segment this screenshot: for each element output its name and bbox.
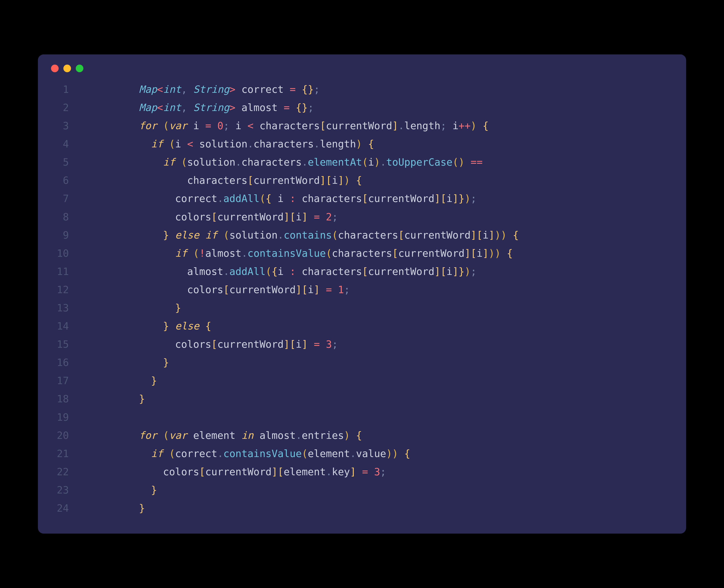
line-content: if (correct.containsValue(element.value)… [91,444,686,463]
code-line: 17 } [38,372,686,390]
code-line: 19 [38,408,686,426]
line-content: } else if (solution.contains(characters[… [91,226,686,244]
line-number: 24 [38,499,91,517]
code-window: 1 Map<int, String> correct = {};2 Map<in… [38,55,686,533]
line-content: } [91,481,686,499]
code-line: 10 if (!almost.containsValue(characters[… [38,244,686,262]
code-line: 23 } [38,481,686,499]
line-number: 18 [38,390,91,408]
line-content [91,408,686,426]
line-content: if (solution.characters.elementAt(i).toU… [91,153,686,171]
line-number: 15 [38,335,91,353]
line-content: } [91,390,686,408]
code-line: 21 if (correct.containsValue(element.val… [38,444,686,463]
line-content: Map<int, String> almost = {}; [91,99,686,117]
line-number: 21 [38,444,91,463]
line-content: characters[currentWord][i]) { [91,171,686,189]
code-line: 12 colors[currentWord][i] = 1; [38,280,686,299]
code-line: 2 Map<int, String> almost = {}; [38,99,686,117]
code-line: 4 if (i < solution.characters.length) { [38,135,686,153]
line-content: if (i < solution.characters.length) { [91,135,686,153]
line-number: 14 [38,317,91,335]
code-line: 11 almost.addAll({i : characters[current… [38,262,686,280]
code-line: 20 for (var element in almost.entries) { [38,426,686,444]
line-content: } [91,353,686,372]
window-titlebar [38,65,686,80]
code-line: 16 } [38,353,686,372]
line-content: if (!almost.containsValue(characters[cur… [91,244,686,262]
line-content: } [91,372,686,390]
line-number: 23 [38,481,91,499]
line-number: 8 [38,208,91,226]
code-line: 5 if (solution.characters.elementAt(i).t… [38,153,686,171]
line-content: colors[currentWord][i] = 3; [91,335,686,353]
line-number: 7 [38,189,91,208]
line-content: for (var element in almost.entries) { [91,426,686,444]
code-line: 18 } [38,390,686,408]
code-line: 14 } else { [38,317,686,335]
zoom-icon[interactable] [76,65,83,72]
line-number: 9 [38,226,91,244]
code-line: 24 } [38,499,686,517]
line-number: 22 [38,463,91,481]
line-content: almost.addAll({i : characters[currentWor… [91,262,686,280]
line-content: for (var i = 0; i < characters[currentWo… [91,117,686,135]
line-number: 5 [38,153,91,171]
line-number: 2 [38,99,91,117]
line-number: 3 [38,117,91,135]
line-content: } [91,299,686,317]
code-line: 13 } [38,299,686,317]
code-line: 9 } else if (solution.contains(character… [38,226,686,244]
line-content: colors[currentWord][i] = 2; [91,208,686,226]
code-line: 22 colors[currentWord][element.key] = 3; [38,463,686,481]
line-number: 16 [38,353,91,372]
line-content: } else { [91,317,686,335]
code-line: 8 colors[currentWord][i] = 2; [38,208,686,226]
line-number: 6 [38,171,91,189]
code-editor[interactable]: 1 Map<int, String> correct = {};2 Map<in… [38,80,686,517]
line-content: colors[currentWord][element.key] = 3; [91,463,686,481]
line-number: 13 [38,299,91,317]
line-number: 12 [38,280,91,299]
line-number: 20 [38,426,91,444]
close-icon[interactable] [51,65,59,72]
line-number: 1 [38,80,91,99]
code-line: 15 colors[currentWord][i] = 3; [38,335,686,353]
code-line: 3 for (var i = 0; i < characters[current… [38,117,686,135]
code-line: 7 correct.addAll({ i : characters[curren… [38,189,686,208]
code-line: 1 Map<int, String> correct = {}; [38,80,686,99]
line-number: 11 [38,262,91,280]
code-line: 6 characters[currentWord][i]) { [38,171,686,189]
minimize-icon[interactable] [63,65,71,72]
line-number: 4 [38,135,91,153]
line-number: 17 [38,372,91,390]
line-content: colors[currentWord][i] = 1; [91,280,686,299]
line-content: Map<int, String> correct = {}; [91,80,686,99]
line-content: correct.addAll({ i : characters[currentW… [91,189,686,208]
line-number: 10 [38,244,91,262]
line-number: 19 [38,408,91,426]
line-content: } [91,499,686,517]
